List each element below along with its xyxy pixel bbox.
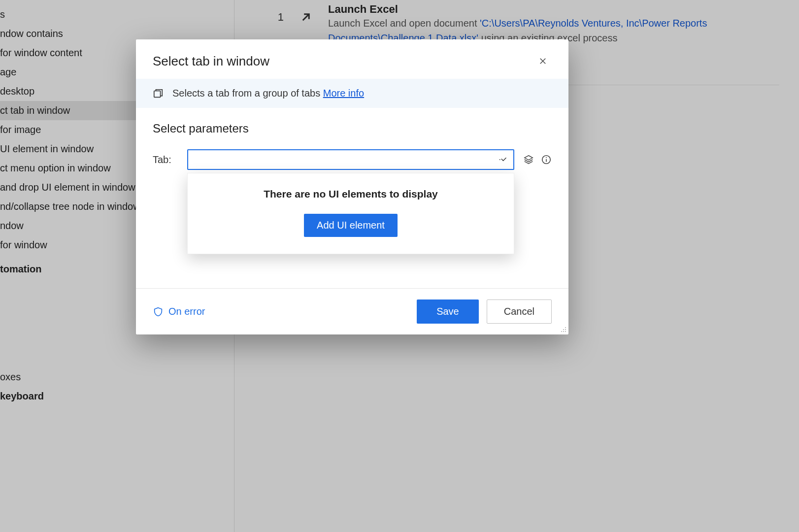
sidebar-item[interactable]: s [0,5,234,24]
tab-combobox[interactable] [187,149,514,170]
tab-dropdown-panel: There are no UI elements to display Add … [187,173,514,254]
svg-point-10 [565,331,566,332]
svg-point-8 [561,331,562,332]
tab-label: Tab: [153,154,178,166]
parameters-section-title: Select parameters [153,122,552,135]
on-error-label: On error [168,306,205,317]
dialog-info-bar: Selects a tab from a group of tabs More … [136,79,568,108]
resize-grip-icon[interactable] [560,326,566,332]
step-title: Launch Excel [328,3,794,16]
cancel-button[interactable]: Cancel [487,299,552,324]
tabs-icon [153,88,164,99]
sidebar-item[interactable]: keyboard [0,387,234,406]
dialog-title: Select tab in window [153,54,269,69]
sidebar-item[interactable]: oxes [0,367,234,387]
more-info-link[interactable]: More info [323,88,364,99]
dialog-footer: On error Save Cancel [136,288,568,334]
launch-arrow-icon [299,3,313,25]
close-button[interactable] [534,52,552,70]
select-tab-dialog: Select tab in window Selects a tab from … [136,39,568,334]
save-button[interactable]: Save [417,299,479,324]
dialog-body: Select parameters Tab: [136,108,568,288]
dialog-header: Select tab in window [136,39,568,79]
dropdown-empty-message: There are no UI elements to display [198,188,504,200]
svg-point-5 [565,327,566,328]
svg-point-7 [565,329,566,330]
chevron-down-icon[interactable] [497,155,508,164]
step-number: 1 [254,3,284,24]
close-icon [538,57,547,66]
tab-input[interactable] [193,155,497,165]
on-error-link[interactable]: On error [153,306,205,317]
dialog-info-text: Selects a tab from a group of tabs [172,88,323,99]
svg-rect-0 [154,91,161,97]
shield-icon [153,306,164,317]
ui-element-picker-icon[interactable] [523,154,534,165]
step-desc-text: Launch Excel and open document [328,18,480,29]
tab-parameter-row: Tab: [153,149,552,170]
svg-point-1 [499,159,500,160]
info-icon[interactable] [541,154,552,165]
svg-point-4 [546,157,547,158]
svg-point-6 [563,329,564,330]
svg-point-9 [563,331,564,332]
add-ui-element-button[interactable]: Add UI element [304,214,398,237]
